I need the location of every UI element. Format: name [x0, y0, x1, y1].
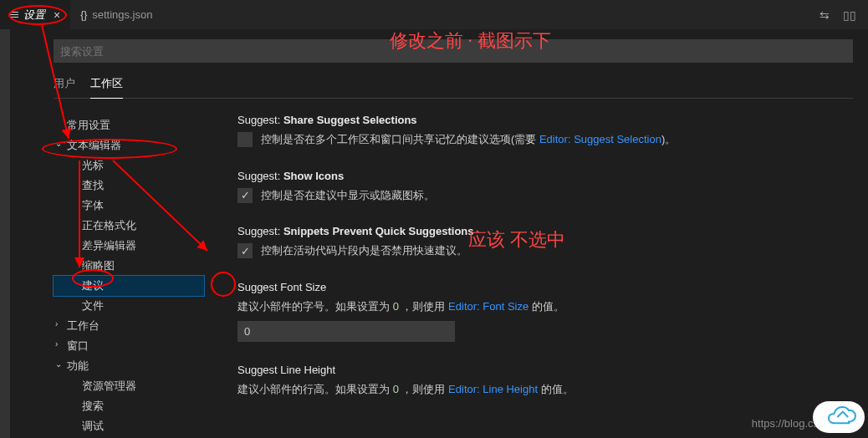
tree-diff-editor[interactable]: 差异编辑器 [54, 236, 204, 256]
checkbox-show-icons[interactable] [237, 188, 253, 203]
link-line-height[interactable]: Editor: Line Height [448, 383, 538, 395]
tree-font[interactable]: 字体 [54, 196, 204, 216]
input-suggest-font-size[interactable] [237, 321, 455, 342]
watermark-logo [813, 401, 865, 433]
tab-bar: 设置 × {} settings.json ⇆ ▯▯ [0, 0, 868, 29]
link-font-size[interactable]: Editor: Font Size [448, 300, 528, 313]
setting-show-icons: Suggest: Show Icons 控制是否在建议中显示或隐藏图标。 [237, 170, 853, 204]
chevron-right-icon: › [55, 339, 58, 349]
tree-find[interactable]: 查找 [54, 176, 204, 196]
tree-workbench[interactable]: ›工作台 [54, 316, 204, 336]
chevron-right-icon: › [55, 319, 58, 328]
checkbox-share[interactable] [237, 132, 253, 147]
json-icon: {} [80, 9, 87, 21]
tab-label: settings.json [92, 8, 152, 21]
settings-menu-icon [10, 12, 18, 18]
close-icon[interactable]: × [54, 8, 60, 22]
setting-share-suggest: Suggest: Share Suggest Selections 控制是否在多… [237, 114, 853, 148]
settings-tree: 常用设置 ⌄文本编辑器 光标 查找 字体 正在格式化 差异编辑器 缩略图 建议 … [54, 114, 204, 438]
chevron-down-icon: ⌄ [55, 359, 62, 369]
tree-common[interactable]: 常用设置 [54, 115, 204, 135]
tree-search[interactable]: 搜索 [54, 396, 204, 416]
tree-files[interactable]: 文件 [54, 296, 204, 316]
open-json-icon[interactable]: ⇆ [819, 8, 830, 22]
tree-window[interactable]: ›窗口 [54, 336, 204, 356]
tree-explorer[interactable]: 资源管理器 [54, 376, 204, 396]
settings-pane: Suggest: Share Suggest Selections 控制是否在多… [204, 114, 853, 438]
link-suggest-selection[interactable]: Editor: Suggest Selection [539, 133, 661, 145]
tree-features[interactable]: ⌄功能 [54, 356, 204, 376]
editor-actions: ⇆ ▯▯ [819, 8, 868, 22]
search-input[interactable] [54, 39, 853, 63]
tree-debug[interactable]: 调试 [54, 416, 204, 436]
tree-suggestions[interactable]: 建议 [54, 276, 204, 296]
setting-suggest-line-height: Suggest Line Height 建议小部件的行高。如果设置为 0 ，则使… [237, 364, 853, 398]
setting-suggest-font-size: Suggest Font Size 建议小部件的字号。如果设置为 0 ，则使用 … [237, 281, 853, 343]
tab-label: 设置 [23, 8, 45, 23]
scope-tabs: 用户 工作区 [54, 76, 853, 99]
activity-bar-sliver [0, 29, 10, 438]
tab-settings-json[interactable]: {} settings.json [70, 0, 162, 29]
tree-cursor[interactable]: 光标 [54, 155, 204, 176]
scope-workspace[interactable]: 工作区 [90, 76, 123, 99]
tab-settings[interactable]: 设置 × [0, 0, 70, 29]
checkbox-snippets-prevent[interactable] [237, 243, 253, 258]
setting-snippets-prevent: Suggest: Snippets Prevent Quick Suggesti… [237, 225, 853, 259]
tree-text-editor[interactable]: ⌄文本编辑器 [54, 135, 204, 155]
chevron-down-icon: ⌄ [55, 139, 62, 148]
split-icon[interactable]: ▯▯ [843, 8, 856, 22]
tree-formatting[interactable]: 正在格式化 [54, 216, 204, 236]
tree-minimap[interactable]: 缩略图 [54, 256, 204, 276]
scope-user[interactable]: 用户 [54, 76, 75, 98]
